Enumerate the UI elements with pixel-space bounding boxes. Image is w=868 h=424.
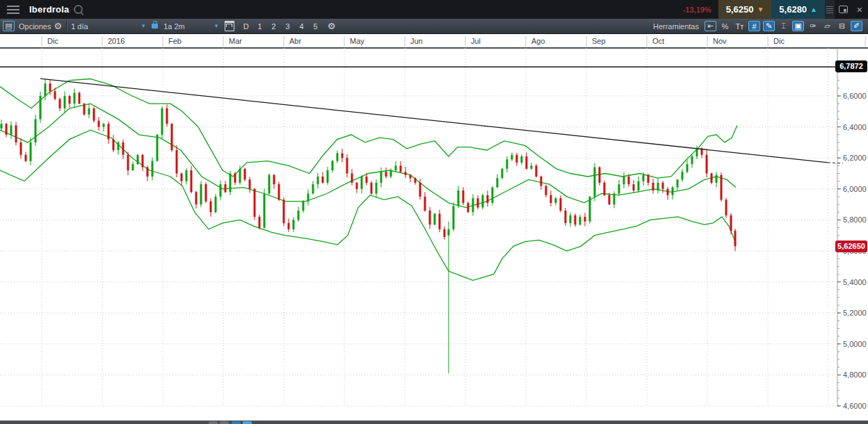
grid-tool-icon[interactable]: # <box>748 21 760 31</box>
candle <box>307 193 310 201</box>
candle <box>691 156 693 164</box>
bollinger-lower-band[interactable] <box>0 130 736 280</box>
candle <box>643 175 645 181</box>
period-button-5[interactable]: 5 <box>310 21 321 31</box>
candle <box>434 213 436 225</box>
lock-icon[interactable] <box>152 24 158 28</box>
candle <box>463 190 465 203</box>
candle <box>439 213 441 229</box>
candlestick-style-tool-icon[interactable]: ⌶ <box>778 21 789 31</box>
period-button-1[interactable]: 1 <box>254 21 266 31</box>
candle <box>371 183 373 194</box>
bid-price-button[interactable]: 5,6250 ▼ <box>718 0 772 19</box>
chevron-down-icon: ▼ <box>214 23 219 29</box>
menu-icon[interactable] <box>0 0 26 19</box>
period-button-2[interactable]: 2 <box>268 21 280 31</box>
candle <box>69 96 71 104</box>
candle <box>156 135 159 161</box>
interval-dropdown[interactable]: 1 día ▼ <box>71 22 146 31</box>
period-button-4[interactable]: 4 <box>296 21 307 31</box>
candle <box>429 211 431 225</box>
gridlines-group <box>0 48 837 407</box>
chart-settings-button[interactable]: ⚙ <box>326 21 337 31</box>
candle <box>477 198 479 207</box>
eraser-tool-icon[interactable]: ▱ <box>821 21 833 31</box>
chart-area[interactable]: Dic2016FebMarAbrMayJunJulAgoSepOctNovDic… <box>0 34 868 421</box>
instrument-title: Iberdrola <box>29 4 69 15</box>
candle <box>64 96 66 108</box>
period-button-D[interactable]: D <box>240 21 252 31</box>
bottom-scrollbar[interactable] <box>0 421 868 424</box>
period-button-3[interactable]: 3 <box>282 21 294 31</box>
edit-drawings-tool-icon[interactable]: ✐ <box>851 21 862 31</box>
window-titlebar: Iberdrola -13,19% 5,6250 ▼ 5,6280 ▲ × <box>0 0 868 19</box>
price-chart[interactable]: Dic2016FebMarAbrMayJunJulAgoSepOctNovDic… <box>0 34 868 421</box>
last-price-badge: 5,62650 <box>835 240 867 252</box>
snap-back-tool-icon[interactable]: ⇤ <box>705 21 716 31</box>
candle <box>195 192 198 204</box>
candle <box>83 104 86 115</box>
change-percent: -13,19% <box>683 6 712 14</box>
x-axis-label: Abr <box>289 37 301 45</box>
candle <box>560 198 562 211</box>
percent-scale-tool-icon[interactable]: % <box>719 21 731 31</box>
candle <box>166 108 168 124</box>
calendar-button[interactable] <box>223 21 236 31</box>
x-axis-label: Feb <box>168 37 182 45</box>
candle <box>730 215 732 231</box>
candle <box>346 158 348 173</box>
candle <box>332 161 334 170</box>
chart-layout-tool-icon[interactable]: ▣ <box>792 21 804 31</box>
trendline[interactable] <box>40 79 828 163</box>
bollinger-middle-band[interactable] <box>0 104 736 208</box>
expand-window-button[interactable] <box>835 0 851 19</box>
candle <box>648 175 650 183</box>
candle <box>662 183 664 189</box>
draw-trendline-tool-icon[interactable]: ✎ <box>763 21 775 31</box>
candle <box>264 193 266 227</box>
candle <box>25 155 27 161</box>
candle <box>385 172 387 177</box>
candle <box>351 174 353 183</box>
bollinger-upper-band[interactable] <box>0 79 737 179</box>
candle <box>186 170 188 181</box>
candle <box>458 190 460 206</box>
options-button[interactable]: Opciones ⚙ <box>19 22 62 31</box>
panel-drag-handle[interactable] <box>825 0 835 19</box>
search-icon[interactable] <box>74 5 83 14</box>
y-axis-label: 4,6000 <box>843 402 867 410</box>
candle <box>415 178 417 183</box>
candle <box>725 199 728 215</box>
candle <box>516 155 518 163</box>
x-axis-label: May <box>350 37 364 45</box>
ask-price-button[interactable]: 5,6280 ▲ <box>771 0 825 19</box>
candle <box>244 169 246 180</box>
candle <box>225 184 227 192</box>
print-tool-icon[interactable]: ⊟ <box>836 21 848 31</box>
trendline-extension <box>828 163 843 163</box>
range-dropdown[interactable]: 1a 2m ▼ <box>163 22 219 31</box>
candle <box>30 142 32 161</box>
bollinger-bands[interactable] <box>0 79 737 281</box>
scroll-right-button[interactable] <box>243 421 252 424</box>
range-value: 1a 2m <box>163 22 185 31</box>
candle <box>633 184 635 190</box>
edit-indicator-tool-icon[interactable]: ✑ <box>807 21 819 31</box>
candle <box>181 174 183 181</box>
chart-list-icon[interactable]: ▤ <box>3 21 15 31</box>
candle <box>424 197 426 211</box>
scroll-plus-button[interactable] <box>220 421 229 424</box>
candle <box>623 177 625 184</box>
candle <box>127 155 129 170</box>
candle <box>497 178 499 187</box>
scroll-left-button[interactable] <box>232 421 241 424</box>
candle <box>380 172 383 183</box>
candle <box>521 156 523 163</box>
candle <box>54 91 56 99</box>
period-buttons-group: D12345 <box>240 21 321 31</box>
text-tool-icon[interactable]: Tᴛ <box>734 21 746 31</box>
close-window-button[interactable]: × <box>851 0 868 19</box>
scroll-minus-button[interactable] <box>209 421 218 424</box>
candle <box>574 215 577 225</box>
candle <box>609 195 611 204</box>
